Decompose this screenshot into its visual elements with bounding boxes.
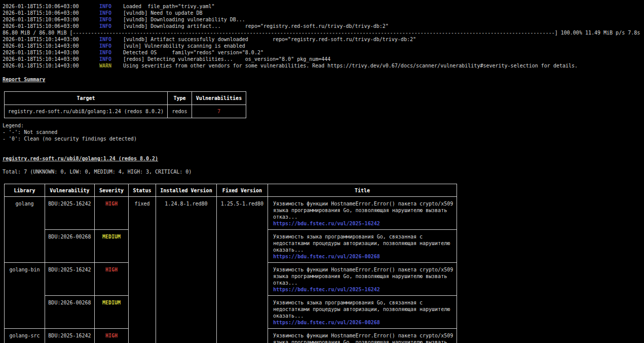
legend-item-clean: - '0': Clean (no security findings detec… [3, 135, 644, 142]
title-cell: Уязвимость функции HostnameError.Error()… [268, 197, 457, 230]
log-timestamp: 2026-01-18T15:10:14+03:00 [3, 49, 99, 56]
log-timestamp: 2026-01-18T15:10:06+03:00 [3, 10, 99, 16]
log-message: [vulndb] Artifact successfully downloade… [123, 37, 416, 42]
installed-version-cell: 1.24.8-1.red80 [156, 197, 217, 343]
title-cell: Уязвимость функции HostnameError.Error()… [268, 263, 457, 296]
severity-badge: HIGH [95, 263, 129, 296]
log-level: INFO [99, 10, 123, 16]
title-cell: Уязвимость языка программирования Go, св… [268, 296, 457, 329]
fixed-version-cell: 1.25.5-1.red80 [217, 197, 268, 343]
summary-col-target: Target [5, 92, 168, 105]
col-library: Library [5, 184, 45, 197]
total-line: Total: 7 (UNKNOWN: 0, LOW: 0, MEDIUM: 4,… [3, 168, 644, 175]
log-output: 2026-01-18T15:10:06+03:00INFOLoaded file… [0, 0, 644, 29]
title-cell: Уязвимость функции HostnameError.Error()… [268, 329, 457, 343]
log-line: 2026-01-18T15:10:06+03:00INFO[vulndb] Do… [3, 23, 644, 29]
log-level: INFO [99, 36, 123, 43]
summary-vuln-count: 7 [192, 105, 246, 118]
severity-badge: HIGH [95, 197, 129, 230]
vulnerability-title: Уязвимость функции HostnameError.Error()… [273, 266, 456, 286]
summary-table-row: registry.red-soft.ru/ubi8/golang:1.24 (r… [5, 105, 246, 118]
summary-type-cell: redos [168, 105, 192, 118]
severity-badge: HIGH [95, 329, 129, 343]
col-installed-version: Installed Version [156, 184, 217, 197]
log-timestamp: 2026-01-18T15:10:06+03:00 [3, 16, 99, 23]
vulnerability-link[interactable]: https://bdu.fstec.ru/vul/2025-16242 [273, 286, 456, 293]
summary-table: Target Type Vulnerabilities registry.red… [4, 91, 246, 118]
log-line: 2026-01-18T15:10:06+03:00INFO[vulndb] Do… [3, 16, 644, 23]
log-level: INFO [99, 56, 123, 62]
vulnerability-link[interactable]: https://bdu.fstec.ru/vul/2026-00268 [273, 253, 456, 260]
log-level: INFO [99, 16, 123, 23]
vulnerability-title: Уязвимость языка программирования Go, св… [273, 233, 456, 253]
vulnerability-link[interactable]: https://bdu.fstec.ru/vul/2025-16242 [273, 220, 456, 227]
col-title: Title [268, 184, 457, 197]
vulnerability-id-cell: BDU:2026-00268 [45, 230, 95, 263]
log-line: 2026-01-18T15:10:14+03:00INFODetected OS… [3, 49, 644, 56]
status-cell: fixed [129, 197, 156, 343]
target-heading: registry.red-soft.ru/ubi8/golang:1.24 (r… [3, 155, 644, 162]
col-fixed-version: Fixed Version [217, 184, 268, 197]
log-level: INFO [99, 43, 123, 49]
summary-col-vulnerabilities: Vulnerabilities [192, 92, 246, 105]
library-cell: golang-src [5, 329, 45, 343]
summary-col-type: Type [168, 92, 192, 105]
download-progress-bar: 86.80 MiB / 86.80 MiB [-----------------… [0, 29, 644, 36]
summary-table-header-row: Target Type Vulnerabilities [5, 92, 246, 105]
log-message: Using severities from other vendors for … [123, 63, 578, 68]
log-timestamp: 2026-01-18T15:10:06+03:00 [3, 3, 99, 10]
library-cell: golang [5, 197, 45, 263]
log-timestamp: 2026-01-18T15:10:14+03:00 [3, 36, 99, 43]
vulnerability-title: Уязвимость функции HostnameError.Error()… [273, 332, 456, 343]
vulnerability-title: Уязвимость функции HostnameError.Error()… [273, 200, 456, 220]
log-level: INFO [99, 23, 123, 29]
summary-target-cell: registry.red-soft.ru/ubi8/golang:1.24 (r… [5, 105, 168, 118]
library-cell: golang-bin [5, 263, 45, 329]
vulnerability-title: Уязвимость языка программирования Go, св… [273, 299, 456, 319]
severity-badge: MEDIUM [95, 296, 129, 329]
vuln-table-header-row: Library Vulnerability Severity Status In… [5, 184, 457, 197]
legend: Legend: - '-': Not scanned - '0': Clean … [3, 122, 644, 142]
vulnerability-link[interactable]: https://bdu.fstec.ru/vul/2026-00268 [273, 319, 456, 326]
vulnerability-id-cell: BDU:2025-16242 [45, 197, 95, 230]
vulnerability-table: Library Vulnerability Severity Status In… [4, 184, 457, 343]
log-line: 2026-01-18T15:10:14+03:00INFO[vuln] Vuln… [3, 43, 644, 49]
log-line: 2026-01-18T15:10:06+03:00INFO[vulndb] Ne… [3, 10, 644, 16]
log-level: WARN [99, 62, 123, 69]
legend-title: Legend: [3, 122, 644, 129]
log-output: 2026-01-18T15:10:14+03:00INFO[vulndb] Ar… [0, 36, 644, 69]
log-message: [vulndb] Downloading artifact... repo="r… [123, 23, 389, 29]
log-message: [vulndb] Need to update DB [123, 10, 203, 16]
log-level: INFO [99, 3, 123, 10]
title-cell: Уязвимость языка программирования Go, св… [268, 230, 457, 263]
target-heading-text: registry.red-soft.ru/ubi8/golang:1.24 (r… [3, 156, 158, 161]
log-timestamp: 2026-01-18T15:10:14+03:00 [3, 56, 99, 62]
log-line: 2026-01-18T15:10:14+03:00INFO[redos] Det… [3, 56, 644, 62]
col-severity: Severity [95, 184, 129, 197]
log-message: [redos] Detecting vulnerabilities... os_… [123, 56, 330, 62]
col-status: Status [129, 184, 156, 197]
log-timestamp: 2026-01-18T15:10:14+03:00 [3, 62, 99, 69]
log-timestamp: 2026-01-18T15:10:06+03:00 [3, 23, 99, 29]
log-message: [vulndb] Downloading vulnerability DB... [123, 17, 245, 22]
log-level: INFO [99, 49, 123, 56]
table-row: golang BDU:2025-16242 HIGH fixed 1.24.8-… [5, 197, 457, 230]
log-line: 2026-01-18T15:10:14+03:00WARNUsing sever… [3, 62, 644, 69]
log-message: Detected OS family="redos" version="8.0.… [123, 50, 263, 55]
log-line: 2026-01-18T15:10:14+03:00INFO[vulndb] Ar… [3, 36, 644, 43]
vulnerability-id-cell: BDU:2026-00268 [45, 296, 95, 329]
report-summary-heading-text: Report Summary [3, 77, 45, 82]
legend-item-not-scanned: - '-': Not scanned [3, 129, 644, 135]
log-timestamp: 2026-01-18T15:10:14+03:00 [3, 43, 99, 49]
log-message: [vuln] Vulnerability scanning is enabled [123, 43, 245, 49]
log-message: Loaded file_path="trivy.yaml" [123, 4, 215, 9]
col-vulnerability: Vulnerability [45, 184, 95, 197]
vulnerability-id-cell: BDU:2025-16242 [45, 263, 95, 296]
vulnerability-id-cell: BDU:2025-16242 [45, 329, 95, 343]
log-line: 2026-01-18T15:10:06+03:00INFOLoaded file… [3, 3, 644, 10]
severity-badge: MEDIUM [95, 230, 129, 263]
report-summary-heading: Report Summary [3, 76, 644, 83]
